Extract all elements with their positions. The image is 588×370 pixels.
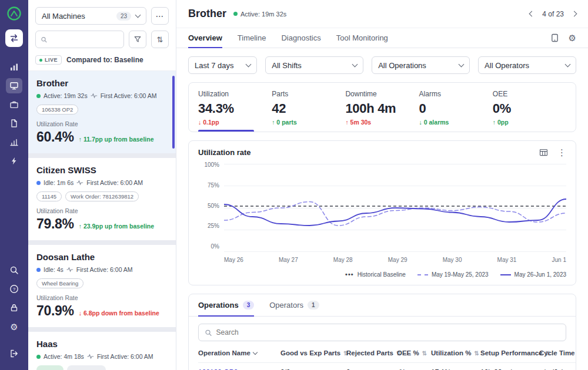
utilization-value: 79.8% [36,216,74,232]
nav-reports-icon[interactable] [6,116,22,131]
col-cycle-time[interactable]: Cycle Time vs E [539,344,576,363]
device-tablet-icon[interactable] [550,33,559,42]
tab-timeline[interactable]: Timeline [238,28,266,48]
operations-search-input[interactable] [216,328,560,337]
legend-previous-period[interactable]: May 19-May 25, 2023 [417,271,489,278]
table-row[interactable]: 106190 OP2 2/0 0 -% 17.1% 12h 33m / - - … [198,363,576,370]
machine-search-input[interactable] [51,35,119,43]
shifts-select[interactable]: All Shifts [265,56,363,74]
nav-analytics-icon[interactable] [6,134,22,150]
chart-plot[interactable] [224,164,566,252]
machine-tag [36,365,64,370]
machine-first-active: First Active: 6:00 AM [97,353,153,360]
nav-machines-icon[interactable] [6,78,22,93]
rail-bottom-group: ? ⚙ [6,261,22,363]
machine-status-row: Active: 4m 18s First Active: 6:00 AM [36,353,168,360]
machine-status: Idle: 4s [44,266,64,273]
machine-tag: 11145 [36,191,62,201]
status-dot-icon [36,181,41,185]
legend-historical-baseline[interactable]: ••• Historical Baseline [345,271,406,278]
kpi-parts[interactable]: Parts 42 ↑ 0 parts [272,90,345,132]
kebab-menu-icon[interactable]: ⋮ [557,148,566,157]
kpi-downtime[interactable]: Downtime 100h 4m ↑ 5m 30s [345,90,419,132]
ellipsis-icon: ⋯ [156,11,165,21]
swap-icon [9,33,19,43]
tab-operations[interactable]: Operations 3 [198,294,254,316]
more-options-button[interactable]: ⋯ [151,7,169,25]
help-icon[interactable]: ? [6,281,22,297]
tab-tool-monitoring[interactable]: Tool Monitoring [336,28,388,48]
solid-line-swatch-icon [500,274,511,275]
operations-count-badge: 3 [243,301,255,310]
tab-operators[interactable]: Operators 1 [269,294,319,316]
chart-x-axis: May 26 May 27 May 28 May 29 May 30 May 3… [224,257,566,263]
date-range-select[interactable]: Last 7 days [188,56,257,74]
legend-current-period[interactable]: May 26-Jun 1, 2023 [500,271,566,278]
machine-tag [67,365,106,370]
svg-text:?: ? [13,287,16,292]
utilization-delta: ↓ 6.8pp down from baseline [79,310,159,317]
logout-icon[interactable] [6,346,22,361]
nav-power-icon[interactable] [6,153,22,169]
filter-button[interactable] [129,31,146,48]
pulse-icon [87,354,94,359]
machine-card-citizen-swiss[interactable]: Citizen SWISS Idle: 1m 6s First Active: … [28,158,176,240]
operation-link[interactable]: 106190 OP2 [198,363,280,370]
sort-arrows-icon: ⇅ [157,35,163,44]
swap-machines-button[interactable] [5,29,23,47]
machine-name: Citizen SWISS [36,165,168,175]
utilization-rate-label: Utilization Rate [36,294,168,301]
operators-select[interactable]: All Operators [478,56,576,74]
nav-history-icon[interactable] [6,59,22,75]
kpi-alarms[interactable]: Alarms 0 ↓ 0 alarms [419,90,493,132]
status-dot-icon [36,355,41,359]
search-icon [205,329,212,337]
machine-list-panel: All Machines 23 ⋯ ⇅ LIVE [28,0,176,370]
settings-gear-icon[interactable]: ⚙ [569,33,576,42]
lock-icon[interactable] [6,300,22,315]
gear-icon[interactable]: ⚙ [6,319,22,334]
machine-status-row: Idle: 1m 6s First Active: 6:00 AM [36,179,168,186]
machine-tag: Wheel Bearing [36,278,83,288]
dotted-line-swatch-icon: ••• [345,273,354,277]
machine-search-box[interactable] [35,31,124,48]
col-oee[interactable]: OEE %⇅ [397,344,431,363]
tab-diagnostics[interactable]: Diagnostics [281,28,320,48]
compare-row: LIVE Compared to: Baseline [28,48,176,71]
machine-card-brother[interactable]: Brother Active: 19m 32s First Active: 6:… [28,71,176,153]
machine-card-haas[interactable]: Haas Active: 4m 18s First Active: 6:00 A… [28,332,176,370]
all-machines-dropdown[interactable]: All Machines 23 [35,7,146,25]
sort-button[interactable]: ⇅ [151,31,169,48]
live-badge[interactable]: LIVE [35,55,62,65]
machine-name: Doosan Lathe [36,252,168,262]
app-root: ? ⚙ All Machines 23 ⋯ [0,0,588,370]
next-machine-button[interactable] [572,11,577,17]
kpi-oee[interactable]: OEE 0% ↑ 0pp [493,90,566,132]
col-good-vs-exp[interactable]: Good vs Exp Parts⇅ [280,344,346,363]
nav-jobs-icon[interactable] [6,97,22,112]
all-machines-label: All Machines [42,12,85,21]
col-utilization[interactable]: Utilization %⇅ [431,344,480,363]
table-view-icon[interactable] [539,148,548,157]
col-setup-performance[interactable]: Setup Performance⇅ [480,344,539,363]
overview-content: Last 7 days All Shifts All Operations Al… [176,48,588,370]
machine-name: Haas [36,339,168,349]
previous-machine-button[interactable] [529,11,535,17]
utilization-value: 60.4% [36,129,74,145]
kpi-utilization[interactable]: Utilization 34.3% ↓ 0.1pp [198,90,272,132]
search-icon[interactable] [6,263,22,278]
machine-status: Active: 19m 32s [44,92,88,99]
kpi-delta: ↓ 0 alarms [419,119,493,126]
machine-card-doosan-lathe[interactable]: Doosan Lathe Idle: 4s First Active: 6:00… [28,245,176,327]
machine-first-active: First Active: 6:00 AM [76,266,133,273]
tab-overview[interactable]: Overview [188,28,222,48]
utilization-chart-card: Utilization rate ⋮ 100% 75% 50% 25% [188,140,576,285]
main-area: Brother Active: 19m 32s 4 of 23 Overview… [176,0,588,370]
operations-table: Operation Name Good vs Exp Parts⇅ Reject… [198,344,576,370]
col-operation-name[interactable]: Operation Name [198,344,280,363]
operations-select[interactable]: All Operations [372,56,470,74]
operations-search-box[interactable] [198,324,566,341]
operations-card: Operations 3 Operators 1 [188,294,576,370]
machinemetrics-logo-icon[interactable] [6,6,22,21]
col-rejected-parts[interactable]: Rejected Parts⇅ [346,344,397,363]
